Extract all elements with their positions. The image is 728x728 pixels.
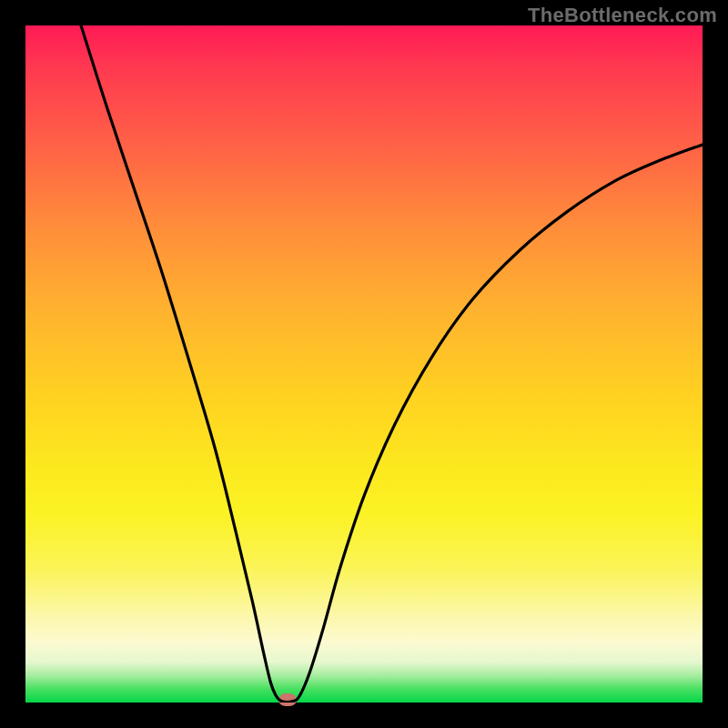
plot-area bbox=[25, 25, 703, 703]
curve-path bbox=[81, 25, 703, 702]
bottleneck-curve bbox=[25, 25, 703, 703]
watermark-text: TheBottleneck.com bbox=[528, 4, 717, 27]
chart-frame: TheBottleneck.com bbox=[0, 0, 728, 728]
